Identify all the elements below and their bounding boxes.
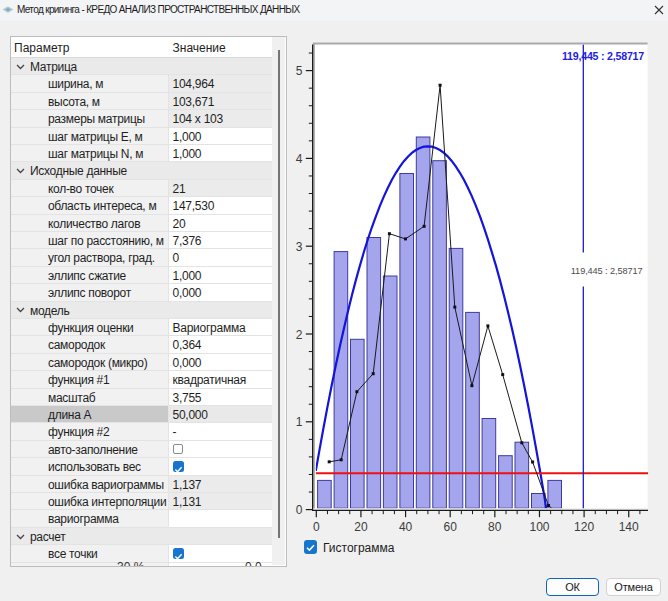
svg-text:1: 1 <box>296 415 303 429</box>
svg-text:140: 140 <box>619 520 639 534</box>
svg-text:0: 0 <box>296 503 303 517</box>
svg-text:4: 4 <box>296 152 303 166</box>
svg-text:120: 120 <box>574 520 594 534</box>
svg-text:0: 0 <box>313 520 320 534</box>
svg-text:5: 5 <box>296 64 303 78</box>
svg-text:100: 100 <box>529 520 549 534</box>
svg-text:119,445 : 2,58717: 119,445 : 2,58717 <box>562 50 644 62</box>
svg-text:60: 60 <box>444 520 458 534</box>
svg-text:119,445 : 2,58717: 119,445 : 2,58717 <box>571 266 643 276</box>
svg-text:40: 40 <box>399 520 413 534</box>
svg-text:2: 2 <box>296 328 303 342</box>
svg-text:3: 3 <box>296 240 303 254</box>
svg-text:20: 20 <box>354 520 368 534</box>
svg-text:80: 80 <box>488 520 502 534</box>
